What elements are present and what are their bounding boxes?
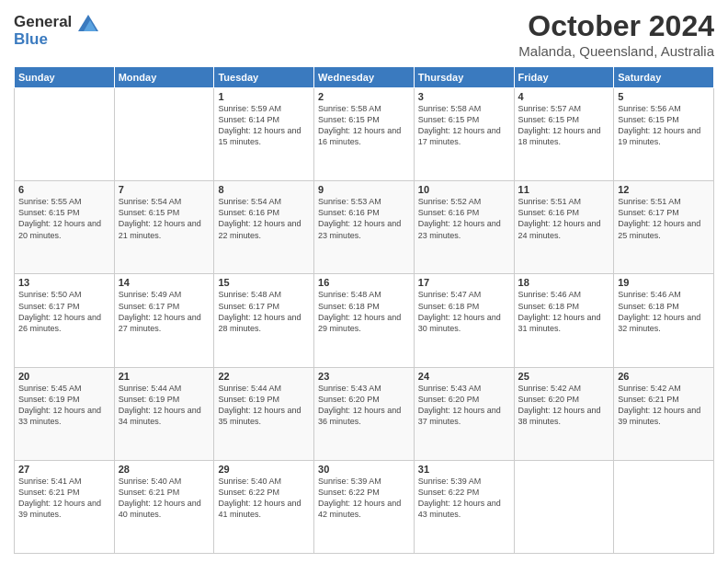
- day-number: 18: [518, 277, 610, 288]
- day-info: Sunrise: 5:44 AMSunset: 6:19 PMDaylight:…: [218, 383, 310, 428]
- day-info: Sunrise: 5:57 AMSunset: 6:15 PMDaylight:…: [518, 103, 610, 148]
- day-number: 31: [418, 464, 510, 475]
- week-row-5: 27Sunrise: 5:41 AMSunset: 6:21 PMDayligh…: [15, 460, 714, 553]
- day-number: 16: [318, 277, 410, 288]
- day-info: Sunrise: 5:42 AMSunset: 6:21 PMDaylight:…: [618, 383, 710, 428]
- day-info: Sunrise: 5:50 AMSunset: 6:17 PMDaylight:…: [18, 289, 110, 334]
- logo-icon: [78, 15, 98, 31]
- day-cell-4-2: 21Sunrise: 5:44 AMSunset: 6:19 PMDayligh…: [114, 367, 214, 460]
- day-cell-4-6: 25Sunrise: 5:42 AMSunset: 6:20 PMDayligh…: [514, 367, 614, 460]
- day-cell-2-3: 8Sunrise: 5:54 AMSunset: 6:16 PMDaylight…: [214, 181, 314, 274]
- day-info: Sunrise: 5:58 AMSunset: 6:15 PMDaylight:…: [318, 103, 410, 148]
- day-cell-5-1: 27Sunrise: 5:41 AMSunset: 6:21 PMDayligh…: [15, 460, 115, 553]
- day-number: 8: [218, 184, 310, 195]
- day-cell-4-1: 20Sunrise: 5:45 AMSunset: 6:19 PMDayligh…: [15, 367, 115, 460]
- day-cell-3-1: 13Sunrise: 5:50 AMSunset: 6:17 PMDayligh…: [15, 274, 115, 367]
- day-number: 5: [618, 91, 710, 102]
- week-row-3: 13Sunrise: 5:50 AMSunset: 6:17 PMDayligh…: [15, 274, 714, 367]
- day-cell-5-5: 31Sunrise: 5:39 AMSunset: 6:22 PMDayligh…: [414, 460, 514, 553]
- day-number: 3: [418, 91, 510, 102]
- day-cell-1-1: [15, 88, 115, 181]
- day-cell-2-1: 6Sunrise: 5:55 AMSunset: 6:15 PMDaylight…: [15, 181, 115, 274]
- day-number: 22: [218, 371, 310, 382]
- week-row-2: 6Sunrise: 5:55 AMSunset: 6:15 PMDaylight…: [15, 181, 714, 274]
- header-monday: Monday: [114, 67, 214, 88]
- day-number: 15: [218, 277, 310, 288]
- day-cell-2-2: 7Sunrise: 5:54 AMSunset: 6:15 PMDaylight…: [114, 181, 214, 274]
- header-friday: Friday: [514, 67, 614, 88]
- day-cell-3-5: 17Sunrise: 5:47 AMSunset: 6:18 PMDayligh…: [414, 274, 514, 367]
- day-info: Sunrise: 5:58 AMSunset: 6:15 PMDaylight:…: [418, 103, 510, 148]
- week-row-4: 20Sunrise: 5:45 AMSunset: 6:19 PMDayligh…: [15, 367, 714, 460]
- day-cell-5-4: 30Sunrise: 5:39 AMSunset: 6:22 PMDayligh…: [314, 460, 415, 553]
- weekday-header-row: Sunday Monday Tuesday Wednesday Thursday…: [15, 67, 714, 88]
- day-info: Sunrise: 5:54 AMSunset: 6:16 PMDaylight:…: [218, 196, 310, 241]
- day-cell-1-7: 5Sunrise: 5:56 AMSunset: 6:15 PMDaylight…: [614, 88, 714, 181]
- day-number: 27: [18, 464, 110, 475]
- day-cell-4-7: 26Sunrise: 5:42 AMSunset: 6:21 PMDayligh…: [614, 367, 714, 460]
- day-number: 11: [518, 184, 610, 195]
- day-number: 1: [218, 91, 310, 102]
- calendar-table: Sunday Monday Tuesday Wednesday Thursday…: [14, 66, 714, 554]
- day-number: 25: [518, 371, 610, 382]
- day-info: Sunrise: 5:54 AMSunset: 6:15 PMDaylight:…: [119, 196, 210, 241]
- month-title: October 2024: [518, 9, 714, 43]
- header-wednesday: Wednesday: [314, 67, 415, 88]
- day-info: Sunrise: 5:45 AMSunset: 6:19 PMDaylight:…: [18, 383, 110, 428]
- day-number: 9: [318, 184, 410, 195]
- day-cell-2-5: 10Sunrise: 5:52 AMSunset: 6:16 PMDayligh…: [414, 181, 514, 274]
- day-cell-5-2: 28Sunrise: 5:40 AMSunset: 6:21 PMDayligh…: [114, 460, 214, 553]
- day-cell-3-6: 18Sunrise: 5:46 AMSunset: 6:18 PMDayligh…: [514, 274, 614, 367]
- day-number: 24: [418, 371, 510, 382]
- header-thursday: Thursday: [414, 67, 514, 88]
- logo-blue: Blue: [14, 30, 48, 48]
- day-cell-4-5: 24Sunrise: 5:43 AMSunset: 6:20 PMDayligh…: [414, 367, 514, 460]
- day-info: Sunrise: 5:56 AMSunset: 6:15 PMDaylight:…: [618, 103, 710, 148]
- day-number: 12: [618, 184, 710, 195]
- day-number: 6: [18, 184, 110, 195]
- day-cell-3-4: 16Sunrise: 5:48 AMSunset: 6:18 PMDayligh…: [314, 274, 415, 367]
- day-info: Sunrise: 5:55 AMSunset: 6:15 PMDaylight:…: [18, 196, 110, 241]
- header-sunday: Sunday: [15, 67, 115, 88]
- day-cell-4-3: 22Sunrise: 5:44 AMSunset: 6:19 PMDayligh…: [214, 367, 314, 460]
- day-number: 23: [318, 371, 410, 382]
- day-info: Sunrise: 5:52 AMSunset: 6:16 PMDaylight:…: [418, 196, 510, 241]
- day-number: 4: [518, 91, 610, 102]
- day-cell-5-6: [514, 460, 614, 553]
- day-info: Sunrise: 5:43 AMSunset: 6:20 PMDaylight:…: [418, 383, 510, 428]
- header-saturday: Saturday: [614, 67, 714, 88]
- day-cell-4-4: 23Sunrise: 5:43 AMSunset: 6:20 PMDayligh…: [314, 367, 415, 460]
- day-number: 14: [119, 277, 210, 288]
- day-info: Sunrise: 5:44 AMSunset: 6:19 PMDaylight:…: [119, 383, 210, 428]
- header: General Blue October 2024 Malanda, Queen…: [14, 9, 714, 59]
- day-info: Sunrise: 5:51 AMSunset: 6:16 PMDaylight:…: [518, 196, 610, 241]
- day-cell-2-4: 9Sunrise: 5:53 AMSunset: 6:16 PMDaylight…: [314, 181, 415, 274]
- day-cell-3-2: 14Sunrise: 5:49 AMSunset: 6:17 PMDayligh…: [114, 274, 214, 367]
- day-cell-1-4: 2Sunrise: 5:58 AMSunset: 6:15 PMDaylight…: [314, 88, 415, 181]
- day-number: 26: [618, 371, 710, 382]
- day-cell-3-3: 15Sunrise: 5:48 AMSunset: 6:17 PMDayligh…: [214, 274, 314, 367]
- day-info: Sunrise: 5:39 AMSunset: 6:22 PMDaylight:…: [318, 476, 410, 521]
- day-cell-1-2: [114, 88, 214, 181]
- day-number: 7: [119, 184, 210, 195]
- day-info: Sunrise: 5:43 AMSunset: 6:20 PMDaylight:…: [318, 383, 410, 428]
- logo-general: General: [14, 13, 72, 30]
- day-info: Sunrise: 5:49 AMSunset: 6:17 PMDaylight:…: [119, 289, 210, 334]
- day-info: Sunrise: 5:51 AMSunset: 6:17 PMDaylight:…: [618, 196, 710, 241]
- day-info: Sunrise: 5:42 AMSunset: 6:20 PMDaylight:…: [518, 383, 610, 428]
- header-tuesday: Tuesday: [214, 67, 314, 88]
- day-number: 2: [318, 91, 410, 102]
- day-number: 13: [18, 277, 110, 288]
- location-title: Malanda, Queensland, Australia: [518, 43, 714, 59]
- day-number: 28: [119, 464, 210, 475]
- day-cell-5-7: [614, 460, 714, 553]
- day-number: 29: [218, 464, 310, 475]
- day-cell-3-7: 19Sunrise: 5:46 AMSunset: 6:18 PMDayligh…: [614, 274, 714, 367]
- title-block: October 2024 Malanda, Queensland, Austra…: [518, 9, 714, 59]
- day-cell-2-7: 12Sunrise: 5:51 AMSunset: 6:17 PMDayligh…: [614, 181, 714, 274]
- day-info: Sunrise: 5:48 AMSunset: 6:18 PMDaylight:…: [318, 289, 410, 334]
- day-info: Sunrise: 5:46 AMSunset: 6:18 PMDaylight:…: [618, 289, 710, 334]
- day-cell-5-3: 29Sunrise: 5:40 AMSunset: 6:22 PMDayligh…: [214, 460, 314, 553]
- day-number: 17: [418, 277, 510, 288]
- day-info: Sunrise: 5:40 AMSunset: 6:21 PMDaylight:…: [119, 476, 210, 521]
